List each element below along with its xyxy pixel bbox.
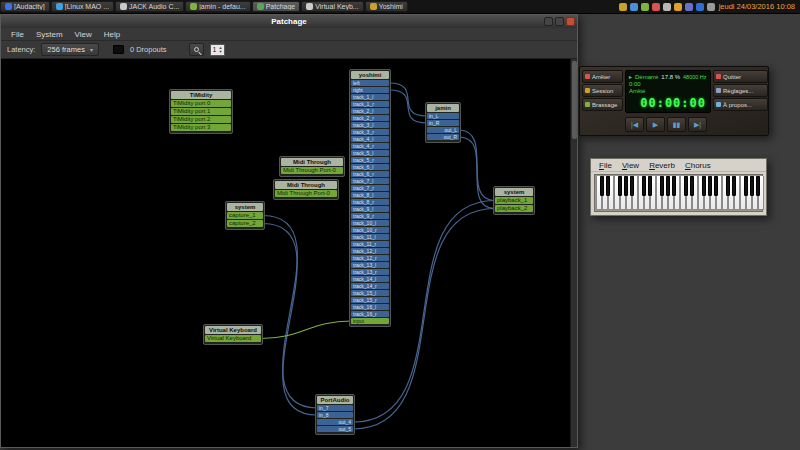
port-midithrough1-midi-through-port-0[interactable]: Midi Through Port-0 bbox=[281, 167, 343, 174]
port-yoshimi-track-6-r[interactable]: track_6_r bbox=[351, 171, 389, 177]
piano-black-key[interactable] bbox=[624, 176, 628, 196]
node-midithrough2[interactable]: Midi ThroughMidi Through Port-0 bbox=[273, 179, 339, 200]
menu-view[interactable]: View bbox=[69, 30, 98, 39]
menu-help[interactable]: Help bbox=[98, 30, 126, 39]
piano-black-key[interactable] bbox=[648, 176, 652, 196]
port-portaudio-out-5[interactable]: out_5 bbox=[317, 426, 353, 432]
port-yoshimi-track-12-l[interactable]: track_12_l bbox=[351, 248, 389, 254]
port-system2-playback-2[interactable]: playback_2 bbox=[495, 205, 533, 212]
node-portaudio[interactable]: PortAudioin_7in_8out_4out_5 bbox=[315, 394, 355, 435]
port-yoshimi-left[interactable]: left bbox=[351, 80, 389, 86]
port-yoshimi-track-10-r[interactable]: track_10_r bbox=[351, 227, 389, 233]
port-jamin-out-l[interactable]: out_L bbox=[427, 127, 459, 133]
tray-hp-icon[interactable] bbox=[696, 3, 704, 11]
port-yoshimi-track-13-r[interactable]: track_13_r bbox=[351, 269, 389, 275]
node-yoshimi[interactable]: yoshimileftrighttrack_1_ltrack_1_rtrack_… bbox=[349, 69, 391, 327]
port-yoshimi-track-5-l[interactable]: track_5_l bbox=[351, 150, 389, 156]
play-button[interactable]: ▶ bbox=[646, 117, 665, 132]
scrollbar-thumb[interactable] bbox=[572, 61, 577, 139]
tray-update-icon[interactable] bbox=[652, 3, 660, 11]
tray-printer-icon[interactable] bbox=[707, 3, 715, 11]
piano-black-key[interactable] bbox=[660, 176, 664, 196]
port-yoshimi-track-14-l[interactable]: track_14_l bbox=[351, 276, 389, 282]
maximize-button[interactable] bbox=[555, 17, 564, 26]
port-system1-capture-2[interactable]: capture_2 bbox=[227, 220, 263, 227]
port-portaudio-in-8[interactable]: in_8 bbox=[317, 412, 353, 418]
piano-black-key[interactable] bbox=[672, 176, 676, 196]
piano-black-key[interactable] bbox=[756, 176, 760, 196]
qjackctl-button-quitter[interactable]: Quitter bbox=[713, 70, 768, 83]
forward-button[interactable]: ▶| bbox=[688, 117, 707, 132]
port-timidity-timidity-port-2[interactable]: TiMidity port 2 bbox=[171, 116, 231, 123]
qjackctl-button-brassage[interactable]: Brassage bbox=[582, 98, 623, 111]
port-yoshimi-track-9-l[interactable]: track_9_l bbox=[351, 206, 389, 212]
port-yoshimi-right[interactable]: right bbox=[351, 87, 389, 93]
port-yoshimi-track-2-l[interactable]: track_2_l bbox=[351, 108, 389, 114]
piano-black-key[interactable] bbox=[690, 176, 694, 196]
taskbar-item-virtual-keyb[interactable]: Virtual Keyb... bbox=[301, 1, 363, 12]
tray-volume-icon[interactable] bbox=[630, 3, 638, 11]
rewind-button[interactable]: |◀ bbox=[625, 117, 644, 132]
port-yoshimi-input[interactable]: input bbox=[351, 318, 389, 324]
patch-canvas[interactable]: TiMidityTiMidity port 0TiMidity port 1Ti… bbox=[1, 59, 577, 447]
qjackctl-button-arr-ter[interactable]: Arrêter bbox=[582, 70, 623, 83]
port-yoshimi-track-6-l[interactable]: track_6_l bbox=[351, 164, 389, 170]
port-jamin-out-r[interactable]: out_R bbox=[427, 134, 459, 140]
minimize-button[interactable] bbox=[544, 17, 553, 26]
vk-menu-chorus[interactable]: Chorus bbox=[680, 161, 716, 170]
piano-black-key[interactable] bbox=[606, 176, 610, 196]
port-yoshimi-track-8-r[interactable]: track_8_r bbox=[351, 199, 389, 205]
port-yoshimi-track-15-l[interactable]: track_15_l bbox=[351, 290, 389, 296]
port-yoshimi-track-7-l[interactable]: track_7_l bbox=[351, 178, 389, 184]
menu-system[interactable]: System bbox=[30, 30, 69, 39]
pause-button[interactable]: ▮▮ bbox=[667, 117, 686, 132]
port-yoshimi-track-3-r[interactable]: track_3_r bbox=[351, 129, 389, 135]
canvas-scrollbar[interactable] bbox=[570, 59, 577, 447]
taskbar-item-yoshimi[interactable]: Yoshimi bbox=[365, 1, 408, 12]
qjackctl-button-r-glages[interactable]: Réglages... bbox=[713, 84, 768, 97]
port-jamin-in-r[interactable]: in_R bbox=[427, 120, 459, 126]
port-yoshimi-track-4-l[interactable]: track_4_l bbox=[351, 136, 389, 142]
node-jamin[interactable]: jaminin_Lin_Rout_Lout_R bbox=[425, 102, 461, 143]
port-yoshimi-track-13-l[interactable]: track_13_l bbox=[351, 262, 389, 268]
node-timidity[interactable]: TiMidityTiMidity port 0TiMidity port 1Ti… bbox=[169, 89, 233, 134]
port-system2-playback-1[interactable]: playback_1 bbox=[495, 197, 533, 204]
taskbar-item-linux-mao[interactable]: [Linux MAO ... bbox=[51, 1, 114, 12]
zoom-spinner[interactable]: 1 ▲▼ bbox=[210, 44, 226, 56]
taskbar-item-audacity[interactable]: [Audacity] bbox=[0, 1, 50, 12]
port-yoshimi-track-11-r[interactable]: track_11_r bbox=[351, 241, 389, 247]
tray-clipboard-icon[interactable] bbox=[663, 3, 671, 11]
piano-black-key[interactable] bbox=[726, 176, 730, 196]
qjackctl-button-propos[interactable]: À propos... bbox=[713, 98, 768, 111]
tray-network-icon[interactable] bbox=[641, 3, 649, 11]
port-yoshimi-track-2-r[interactable]: track_2_r bbox=[351, 115, 389, 121]
port-yoshimi-track-1-l[interactable]: track_1_l bbox=[351, 94, 389, 100]
port-yoshimi-track-5-r[interactable]: track_5_r bbox=[351, 157, 389, 163]
port-jamin-in-l[interactable]: in_L bbox=[427, 113, 459, 119]
piano-black-key[interactable] bbox=[642, 176, 646, 196]
node-system2[interactable]: systemplayback_1playback_2 bbox=[493, 186, 535, 215]
node-vkeybd[interactable]: Virtual KeyboardVirtual Keyboard bbox=[203, 324, 263, 345]
piano-black-key[interactable] bbox=[714, 176, 718, 196]
port-yoshimi-track-1-r[interactable]: track_1_r bbox=[351, 101, 389, 107]
port-yoshimi-track-11-l[interactable]: track_11_l bbox=[351, 234, 389, 240]
piano-black-key[interactable] bbox=[618, 176, 622, 196]
port-timidity-timidity-port-0[interactable]: TiMidity port 0 bbox=[171, 100, 231, 107]
port-yoshimi-track-4-r[interactable]: track_4_r bbox=[351, 143, 389, 149]
port-yoshimi-track-8-l[interactable]: track_8_l bbox=[351, 192, 389, 198]
port-system1-capture-1[interactable]: capture_1 bbox=[227, 212, 263, 219]
port-timidity-timidity-port-1[interactable]: TiMidity port 1 bbox=[171, 108, 231, 115]
tray-display-icon[interactable] bbox=[685, 3, 693, 11]
piano-black-key[interactable] bbox=[702, 176, 706, 196]
latency-select[interactable]: 256 frames ▾ bbox=[41, 43, 99, 56]
zoom-button[interactable] bbox=[189, 43, 204, 56]
port-vkeybd-virtual-keyboard[interactable]: Virtual Keyboard bbox=[205, 335, 261, 342]
port-yoshimi-track-7-r[interactable]: track_7_r bbox=[351, 185, 389, 191]
port-portaudio-out-4[interactable]: out_4 bbox=[317, 419, 353, 425]
piano-black-key[interactable] bbox=[708, 176, 712, 196]
taskbar-item-patchage[interactable]: Patchage bbox=[252, 1, 301, 12]
piano-black-key[interactable] bbox=[666, 176, 670, 196]
tray-audio-icon[interactable] bbox=[619, 3, 627, 11]
taskbar-item-jamin-defau[interactable]: jamin - defau... bbox=[185, 1, 250, 12]
port-yoshimi-track-9-r[interactable]: track_9_r bbox=[351, 213, 389, 219]
